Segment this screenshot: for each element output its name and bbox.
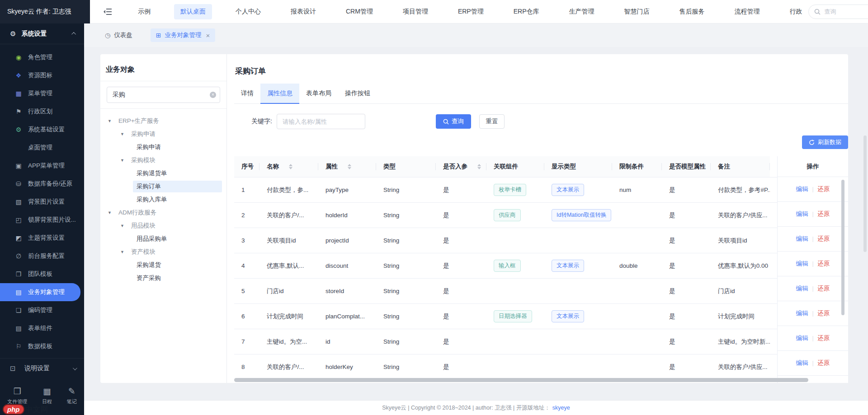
restore-link[interactable]: 还原: [818, 235, 830, 243]
edit-link[interactable]: 编辑: [796, 260, 808, 268]
caret-down-icon[interactable]: ▼: [120, 224, 127, 228]
tree-node[interactable]: ▼ 采购退货单: [100, 167, 226, 180]
restore-link[interactable]: 还原: [818, 334, 830, 342]
caret-down-icon[interactable]: ▼: [120, 250, 127, 254]
sidebar-item[interactable]: ▤ 业务对象管理: [0, 283, 80, 301]
tree-node[interactable]: ▼ 采购申请: [100, 140, 226, 154]
sort-icon[interactable]: [289, 164, 292, 169]
caret-down-icon[interactable]: ▼: [120, 158, 127, 163]
opensource-link[interactable]: skyeye: [552, 405, 570, 411]
global-search[interactable]: [808, 5, 868, 19]
tree-node[interactable]: ▼ 用品模块: [100, 219, 226, 232]
sort-icon[interactable]: [348, 164, 351, 169]
table-vertical-scrollbar[interactable]: [841, 180, 844, 315]
caret-down-icon[interactable]: ▼: [108, 210, 115, 215]
sidebar-subsection[interactable]: ⊡ 说明设置: [0, 359, 84, 372]
workspace-tab[interactable]: ⊞ 业务对象管理 ×: [151, 28, 216, 42]
tree-node[interactable]: ▼ 采购模块: [100, 154, 226, 167]
page-scrollbar[interactable]: [863, 135, 867, 252]
sidebar-item[interactable]: ⛁ 数据库备份/还原: [0, 175, 84, 193]
reset-button[interactable]: 重置: [479, 114, 505, 129]
nav-item[interactable]: ERP管理: [452, 4, 490, 19]
tree-node[interactable]: ▼ 采购申请: [100, 127, 226, 140]
tree-node[interactable]: ▼ ERP+生产服务: [100, 114, 226, 127]
sidebar-item[interactable]: ◉ 角色管理: [0, 48, 84, 66]
restore-link[interactable]: 还原: [818, 359, 830, 367]
global-search-input[interactable]: [824, 8, 868, 15]
edit-link[interactable]: 编辑: [796, 185, 808, 193]
clear-icon[interactable]: ×: [210, 92, 216, 98]
nav-item[interactable]: ERP仓库: [507, 4, 546, 19]
close-icon[interactable]: ×: [206, 32, 210, 39]
sidebar-item[interactable]: ⚐ 数据模板: [0, 337, 84, 355]
cell-component: [486, 354, 544, 379]
nav-item[interactable]: 行政: [783, 4, 808, 19]
sidebar-item[interactable]: ❏ 编码管理: [0, 301, 84, 319]
caret-down-icon[interactable]: ▼: [120, 132, 127, 136]
search-button[interactable]: 查询: [436, 114, 471, 129]
tree-node[interactable]: ▼ 资产模块: [100, 245, 226, 258]
sidebar-item[interactable]: ▤ 表单组件: [0, 319, 84, 337]
restore-link[interactable]: 还原: [818, 260, 830, 268]
nav-item[interactable]: 流程管理: [728, 4, 766, 19]
edit-link[interactable]: 编辑: [796, 284, 808, 293]
tree-node[interactable]: ▼ 采购退货: [100, 258, 226, 271]
detail-tab[interactable]: 操作按钮: [338, 84, 377, 103]
column-header: 限制条件: [612, 156, 662, 177]
tree-node[interactable]: ▼ 采购订单: [100, 180, 226, 193]
sidebar-item[interactable]: ⚙ 系统基础设置: [0, 121, 84, 139]
page-footer: Skyeye云 | Copyright © 2018~2024 | author…: [84, 400, 868, 415]
sidebar-item[interactable]: ▦ 菜单管理: [0, 84, 84, 103]
nav-item[interactable]: CRM管理: [340, 4, 379, 19]
nav-item[interactable]: 售后服务: [673, 4, 711, 19]
sort-icon[interactable]: [477, 164, 481, 169]
detail-tab[interactable]: 详情: [234, 84, 260, 103]
sidebar-footer-item[interactable]: ▦ 日程: [42, 386, 52, 405]
sidebar-item[interactable]: 桌面管理: [0, 139, 84, 157]
edit-link[interactable]: 编辑: [796, 309, 808, 317]
detail-tab[interactable]: 表单布局: [299, 84, 338, 103]
sidebar-item[interactable]: ▣ APP菜单管理: [0, 157, 84, 175]
nav-item[interactable]: 个人中心: [229, 4, 267, 19]
tree-node[interactable]: ▼ 用品采购单: [100, 232, 226, 245]
edit-link[interactable]: 编辑: [796, 210, 808, 218]
detail-tab[interactable]: 属性信息: [260, 84, 299, 103]
sidebar-item[interactable]: ❖ 资源图标: [0, 66, 84, 84]
nav-item[interactable]: 默认桌面: [174, 4, 212, 19]
edit-link[interactable]: 编辑: [796, 359, 808, 367]
tree-node[interactable]: ▼ 采购入库单: [100, 193, 226, 206]
caret-down-icon[interactable]: ▼: [108, 119, 115, 123]
cell-name: 关联的客户/...: [259, 354, 318, 379]
sidebar-footer-item[interactable]: ❒ 文件管理: [7, 386, 27, 405]
collapse-sidebar-icon[interactable]: [104, 9, 112, 15]
nav-item[interactable]: 生产管理: [562, 4, 600, 19]
sidebar-item[interactable]: ❐ 团队模板: [0, 265, 84, 283]
sidebar-item[interactable]: ◩ 主题背景设置: [0, 229, 84, 247]
sidebar-item-label: APP菜单管理: [28, 162, 65, 170]
tree-node[interactable]: ▼ ADM行政服务: [100, 206, 226, 219]
keyword-label: 关键字:: [251, 117, 272, 126]
restore-link[interactable]: 还原: [818, 185, 830, 193]
keyword-input[interactable]: [277, 114, 365, 129]
sidebar-item[interactable]: ⚑ 行政区划: [0, 103, 84, 121]
refresh-data-button[interactable]: 刷新数据: [802, 135, 848, 149]
nav-item[interactable]: 示例: [132, 4, 157, 19]
table-horizontal-scrollbar[interactable]: [234, 378, 808, 382]
edit-link[interactable]: 编辑: [796, 235, 808, 243]
sidebar-item[interactable]: ∅ 前台服务配置: [0, 247, 84, 265]
sidebar-section-system-settings[interactable]: ⚙ 系统设置: [0, 23, 84, 44]
restore-link[interactable]: 还原: [818, 284, 830, 293]
restore-link[interactable]: 还原: [818, 309, 830, 317]
sidebar-footer-item[interactable]: ✎ 笔记: [67, 386, 77, 405]
cell-display-type: [544, 329, 612, 354]
nav-item[interactable]: 智慧门店: [618, 4, 656, 19]
nav-item[interactable]: 报表设计: [284, 4, 322, 19]
nav-item[interactable]: 项目管理: [396, 4, 434, 19]
restore-link[interactable]: 还原: [818, 210, 830, 218]
sidebar-item[interactable]: ▧ 背景图片设置: [0, 193, 84, 211]
tree-node[interactable]: ▼ 资产采购: [100, 271, 226, 284]
tree-search-input[interactable]: [107, 87, 220, 103]
edit-link[interactable]: 编辑: [796, 334, 808, 342]
sidebar-item[interactable]: ◰ 锁屏背景图片设...: [0, 211, 84, 229]
workspace-tab[interactable]: ◷ 仪表盘: [99, 28, 138, 42]
